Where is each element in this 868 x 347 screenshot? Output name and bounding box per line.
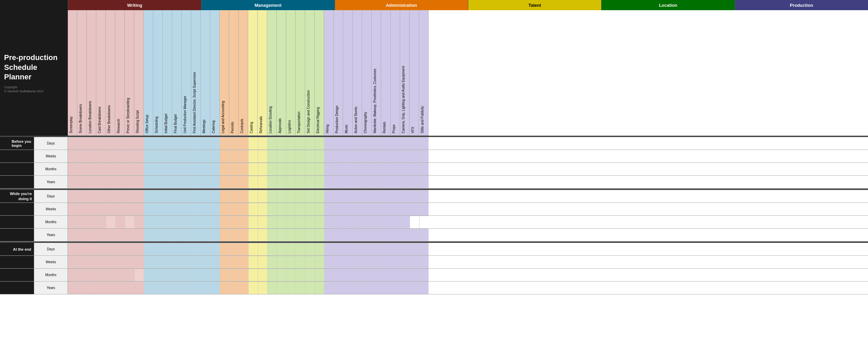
cell[interactable] xyxy=(410,229,419,241)
cell[interactable] xyxy=(115,282,125,294)
cell[interactable] xyxy=(172,150,182,162)
cell[interactable] xyxy=(410,216,419,228)
cell[interactable] xyxy=(87,150,96,162)
cell[interactable] xyxy=(248,190,258,203)
cell[interactable] xyxy=(296,203,305,215)
cell[interactable] xyxy=(353,216,362,228)
cell[interactable] xyxy=(87,256,96,268)
cell[interactable] xyxy=(229,163,239,175)
cell[interactable] xyxy=(144,203,153,215)
cell[interactable] xyxy=(315,176,324,188)
cell[interactable] xyxy=(277,243,286,255)
cell[interactable] xyxy=(210,150,220,162)
cell[interactable] xyxy=(391,256,400,268)
cell[interactable] xyxy=(248,150,258,162)
cell[interactable] xyxy=(77,282,87,294)
cell[interactable] xyxy=(134,150,144,162)
cell[interactable] xyxy=(220,243,229,255)
cell[interactable] xyxy=(334,190,343,203)
cell[interactable] xyxy=(334,163,343,175)
cell[interactable] xyxy=(315,282,324,294)
cell[interactable] xyxy=(324,163,334,175)
cell[interactable] xyxy=(96,137,106,150)
cell[interactable] xyxy=(96,269,106,281)
cell[interactable] xyxy=(296,190,305,203)
cell[interactable] xyxy=(87,176,96,188)
cell[interactable] xyxy=(362,137,372,150)
cell[interactable] xyxy=(400,150,410,162)
cell[interactable] xyxy=(182,229,191,241)
cell[interactable] xyxy=(419,150,429,162)
cell[interactable] xyxy=(305,176,315,188)
cell[interactable] xyxy=(68,229,77,241)
cell[interactable] xyxy=(267,282,277,294)
cell[interactable] xyxy=(210,282,220,294)
cell[interactable] xyxy=(134,282,144,294)
cell[interactable] xyxy=(134,256,144,268)
cell[interactable] xyxy=(201,282,210,294)
cell[interactable] xyxy=(362,216,372,228)
cell[interactable] xyxy=(125,203,134,215)
cell[interactable] xyxy=(248,243,258,255)
cell[interactable] xyxy=(220,137,229,150)
cell[interactable] xyxy=(419,229,429,241)
cell[interactable] xyxy=(191,163,201,175)
cell[interactable] xyxy=(286,137,296,150)
cell[interactable] xyxy=(258,163,267,175)
cell[interactable] xyxy=(400,163,410,175)
cell[interactable] xyxy=(362,256,372,268)
cell[interactable] xyxy=(305,229,315,241)
cell[interactable] xyxy=(315,216,324,228)
cell[interactable] xyxy=(410,243,419,255)
cell[interactable] xyxy=(87,269,96,281)
cell[interactable] xyxy=(286,150,296,162)
cell[interactable] xyxy=(125,256,134,268)
cell[interactable] xyxy=(315,229,324,241)
cell[interactable] xyxy=(239,243,248,255)
cell[interactable] xyxy=(87,163,96,175)
cell[interactable] xyxy=(410,190,419,203)
cell[interactable] xyxy=(258,216,267,228)
cell[interactable] xyxy=(191,229,201,241)
cell[interactable] xyxy=(362,269,372,281)
cell[interactable] xyxy=(353,163,362,175)
cell[interactable] xyxy=(419,282,429,294)
cell[interactable] xyxy=(220,190,229,203)
cell[interactable] xyxy=(144,150,153,162)
cell[interactable] xyxy=(134,269,144,281)
cell[interactable] xyxy=(248,229,258,241)
cell[interactable] xyxy=(248,176,258,188)
cell[interactable] xyxy=(410,163,419,175)
cell[interactable] xyxy=(239,190,248,203)
cell[interactable] xyxy=(372,150,381,162)
cell[interactable] xyxy=(267,203,277,215)
cell[interactable] xyxy=(134,216,144,228)
cell[interactable] xyxy=(315,269,324,281)
cell[interactable] xyxy=(353,203,362,215)
cell[interactable] xyxy=(258,203,267,215)
cell[interactable] xyxy=(191,282,201,294)
cell[interactable] xyxy=(315,150,324,162)
cell[interactable] xyxy=(201,256,210,268)
cell[interactable] xyxy=(182,216,191,228)
cell[interactable] xyxy=(305,150,315,162)
cell[interactable] xyxy=(96,256,106,268)
cell[interactable] xyxy=(239,216,248,228)
cell[interactable] xyxy=(68,243,77,255)
cell[interactable] xyxy=(172,137,182,150)
cell[interactable] xyxy=(106,229,115,241)
cell[interactable] xyxy=(239,282,248,294)
cell[interactable] xyxy=(362,229,372,241)
cell[interactable] xyxy=(258,176,267,188)
cell[interactable] xyxy=(286,282,296,294)
cell[interactable] xyxy=(372,203,381,215)
cell[interactable] xyxy=(267,137,277,150)
cell[interactable] xyxy=(134,176,144,188)
cell[interactable] xyxy=(106,150,115,162)
cell[interactable] xyxy=(315,243,324,255)
cell[interactable] xyxy=(381,150,391,162)
cell[interactable] xyxy=(172,256,182,268)
cell[interactable] xyxy=(201,190,210,203)
cell[interactable] xyxy=(172,229,182,241)
cell[interactable] xyxy=(334,176,343,188)
